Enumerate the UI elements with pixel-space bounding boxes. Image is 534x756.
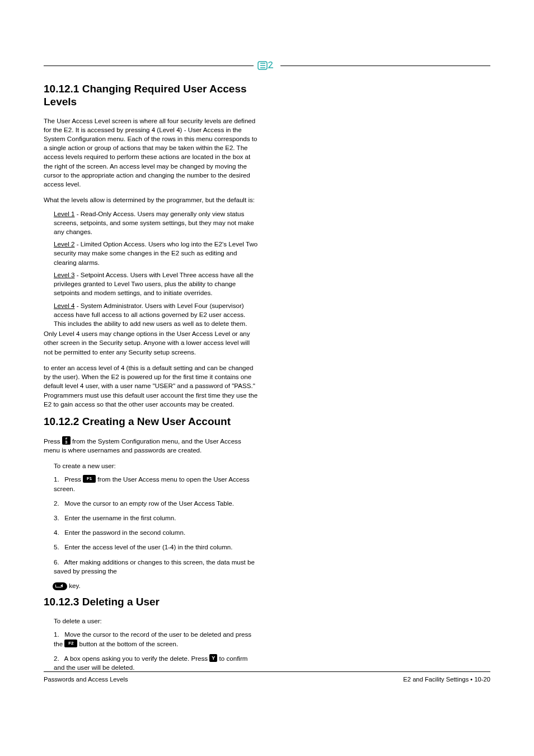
- step-2: 2. Move the cursor to an empty row of th…: [54, 499, 259, 508]
- text-fragment: from the System Configuration menu, and …: [44, 437, 241, 454]
- level-sep: -: [77, 240, 81, 248]
- step-text: Enter the username in the first column.: [64, 514, 176, 521]
- level-sep: -: [77, 271, 81, 278]
- level-head-1: Level 1 - Read-Only Access. Users may ge…: [54, 209, 259, 237]
- level-name: Level 4: [54, 302, 74, 309]
- paragraph: The User Access Level screen is where al…: [44, 116, 259, 189]
- heading-10-12-3: 10.12.3 Deleting a User: [44, 596, 259, 609]
- level-head-3: Level 3 - Setpoint Access. Users with Le…: [54, 270, 259, 298]
- step-text: button at the bottom of the screen.: [79, 640, 179, 647]
- paragraph: Press #3 from the System Configuration m…: [44, 436, 259, 455]
- step-number: 2.: [54, 654, 63, 663]
- e2-logo: [254, 61, 280, 70]
- level-name: Level 1: [54, 210, 74, 217]
- text-fragment: Press: [44, 437, 62, 445]
- paragraph: Only Level 4 users may change options in…: [44, 329, 259, 357]
- step-3: 3. Enter the username in the first colum…: [54, 514, 259, 522]
- key-3: #3: [62, 436, 71, 445]
- level-head-4: Level 4 - System Administrator. Users wi…: [54, 301, 259, 329]
- key-y: Y: [209, 654, 217, 662]
- level-title: System Administrator.: [81, 302, 143, 309]
- body-columns: 10.12.1 Changing Required User Access Le…: [44, 83, 490, 682]
- heading-10-12-2: 10.12.2 Creating a New User Account: [44, 416, 259, 428]
- footer-rule: [44, 671, 490, 672]
- level-title: Read-Only Access.: [81, 210, 136, 217]
- step-1: 1. Press F1 from the User Access menu to…: [54, 475, 259, 493]
- level-title: Limited Option Access.: [81, 240, 147, 248]
- page-footer: Passwords and Access Levels E2 and Facil…: [44, 675, 490, 684]
- footer-left: Passwords and Access Levels: [44, 675, 128, 684]
- enter-key-icon: [53, 582, 67, 590]
- step-text: Enter the password in the second column.: [64, 529, 185, 536]
- paragraph: To delete a user:: [54, 617, 259, 626]
- level-name: Level 3: [54, 271, 74, 278]
- step-5: 5. Enter the access level of the user (1…: [54, 543, 259, 552]
- step-1: 1. Move the cursor to the record of the …: [54, 630, 259, 648]
- step-text: After making additions or changes to thi…: [54, 558, 255, 575]
- header-rule: [44, 62, 490, 69]
- level-sep: -: [77, 302, 81, 309]
- step-number: 1.: [54, 630, 63, 639]
- heading-10-12-1: 10.12.1 Changing Required User Access Le…: [44, 83, 259, 109]
- level-sep: -: [77, 210, 81, 217]
- step-number: 4.: [54, 528, 63, 537]
- step-number: 2.: [54, 499, 63, 508]
- step-text: A box opens asking you to verify the del…: [64, 655, 210, 662]
- paragraph: To create a new user:: [54, 461, 259, 470]
- step-number: 1.: [54, 475, 63, 484]
- level-name: Level 2: [54, 240, 74, 248]
- text-fragment: key.: [69, 582, 80, 589]
- step-text: Move the cursor to an empty row of the U…: [64, 500, 234, 507]
- paragraph: What the levels allow is determined by t…: [44, 195, 259, 204]
- step-2: 2. A box opens asking you to verify the …: [54, 654, 259, 672]
- key-f2: F2: [64, 640, 77, 647]
- step-4: 4. Enter the password in the second colu…: [54, 528, 259, 537]
- key-f1: F1: [83, 475, 96, 483]
- level-head-2: Level 2 - Limited Option Access. Users w…: [54, 240, 259, 267]
- level-title: Setpoint Access.: [81, 271, 129, 278]
- step-number: 6.: [54, 558, 63, 567]
- step-number: 5.: [54, 543, 63, 552]
- step-6-cont: key.: [53, 581, 259, 590]
- step-text: Enter the access level of the user (1-4)…: [64, 543, 232, 550]
- step-text: Press: [64, 475, 83, 483]
- step-number: 3.: [54, 514, 63, 522]
- footer-right: E2 and Facility Settings • 10-20: [403, 675, 490, 684]
- paragraph: to enter an access level of 4 (this is a…: [44, 363, 259, 409]
- step-6: 6. After making additions or changes to …: [54, 558, 259, 576]
